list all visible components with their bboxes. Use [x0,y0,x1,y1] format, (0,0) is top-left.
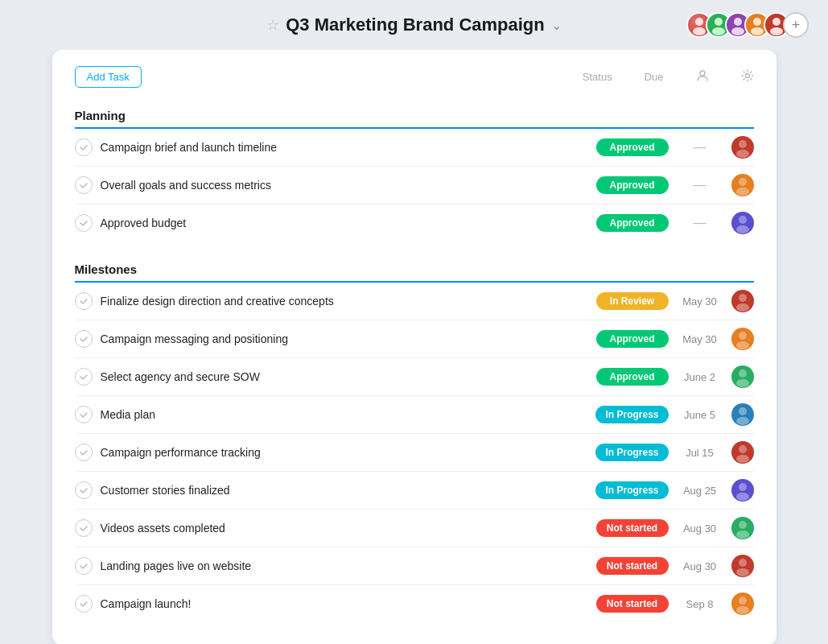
svg-point-20 [739,332,747,340]
due-date: May 30 [677,333,723,345]
svg-point-0 [695,18,703,26]
svg-point-23 [736,379,749,387]
svg-point-13 [736,150,749,158]
add-member-button[interactable]: + [783,12,809,38]
table-row: Landing pages live on websiteNot started… [75,547,754,585]
task-checkbox[interactable] [75,481,93,499]
main-card: Add Task Status Due PlanningCampaign bri… [52,50,777,644]
svg-point-10 [700,71,705,76]
avatar [731,212,754,234]
avatar [731,517,754,539]
section: MilestonesFinalize design direction and … [75,254,754,622]
task-name: Media plan [101,408,588,421]
task-checkbox[interactable] [75,519,93,537]
task-name: Landing pages live on website [101,559,588,572]
status-badge[interactable]: Not started [596,557,669,575]
due-date: Aug 30 [677,522,723,535]
task-checkbox[interactable] [75,595,93,613]
gear-icon[interactable] [741,69,754,85]
task-name: Campaign launch! [101,597,588,610]
due-date: Jul 15 [677,447,723,459]
svg-point-25 [736,417,749,425]
task-name: Campaign messaging and positioning [101,332,588,345]
task-name: Customer stories finalized [101,484,588,497]
task-checkbox[interactable] [75,557,93,575]
avatar [731,479,754,502]
table-row: Campaign performance trackingIn Progress… [75,434,754,472]
status-col-label: Status [583,71,612,83]
svg-point-15 [736,188,749,196]
task-checkbox[interactable] [75,368,93,386]
status-badge[interactable]: Not started [596,595,669,613]
toolbar-columns: Status Due [583,69,754,85]
due-date: Sep 8 [677,598,723,610]
task-checkbox[interactable] [75,214,93,232]
svg-point-28 [739,483,747,491]
svg-point-19 [736,303,749,312]
due-date: June 5 [677,409,723,421]
table-row: Campaign launch!Not startedSep 8 [75,585,754,622]
task-name: Overall goals and success metrics [101,179,588,192]
status-badge[interactable]: In Review [596,292,669,310]
svg-point-24 [739,407,747,415]
status-badge[interactable]: Approved [596,138,669,156]
status-badge[interactable]: In Progress [595,481,668,499]
task-checkbox[interactable] [75,292,93,310]
page-title: Q3 Marketing Brand Campaign [286,14,545,35]
header: ☆ Q3 Marketing Brand Campaign ⌄ + [0,0,828,50]
chevron-down-icon[interactable]: ⌄ [551,18,562,33]
svg-point-1 [693,27,706,35]
task-checkbox[interactable] [75,406,93,423]
svg-point-32 [739,559,747,567]
table-row: Campaign brief and launch timelineApprov… [75,129,754,167]
avatar [731,290,754,312]
task-name: Approved budget [101,217,588,229]
avatar [731,555,754,577]
svg-point-12 [739,140,747,148]
table-row: Videos assets completedNot startedAug 30 [75,510,754,547]
person-icon[interactable] [696,69,709,85]
task-name: Videos assets completed [101,522,588,535]
avatar [731,174,754,196]
avatar [731,328,754,350]
status-badge[interactable]: Approved [596,214,669,232]
task-name: Campaign performance tracking [101,446,588,459]
avatar [731,441,754,464]
svg-point-22 [739,369,747,378]
table-row: Campaign messaging and positioningApprov… [75,320,754,358]
svg-point-26 [739,445,747,453]
svg-point-17 [736,225,749,233]
star-icon[interactable]: ☆ [266,16,279,34]
table-row: Media planIn ProgressJune 5 [75,396,754,434]
due-date: Aug 25 [677,485,723,497]
avatar [731,403,754,426]
status-badge[interactable]: In Progress [595,406,668,423]
task-checkbox[interactable] [75,444,93,461]
svg-point-9 [770,27,783,35]
table-row: Approved budgetApproved— [75,204,754,242]
status-badge[interactable]: Approved [596,330,669,348]
due-date: — [677,140,723,155]
task-checkbox[interactable] [75,176,93,194]
due-date: June 2 [677,371,723,383]
svg-point-33 [736,568,749,576]
due-date: — [677,178,723,192]
status-badge[interactable]: Not started [596,519,669,537]
table-row: Overall goals and success metricsApprove… [75,167,754,204]
status-badge[interactable]: Approved [596,176,669,194]
status-badge[interactable]: In Progress [595,444,668,461]
section-title: Planning [75,101,754,129]
task-name: Finalize design direction and creative c… [101,295,588,308]
avatar-group: + [686,12,809,38]
svg-point-16 [739,216,747,224]
svg-point-11 [745,73,749,77]
task-checkbox[interactable] [75,138,93,156]
status-badge[interactable]: Approved [596,368,669,386]
add-task-button[interactable]: Add Task [75,66,142,88]
task-checkbox[interactable] [75,330,93,348]
svg-point-31 [736,530,749,539]
due-date: Aug 30 [677,560,723,572]
section-title: Milestones [75,254,754,283]
svg-point-14 [739,178,747,186]
svg-point-18 [739,294,747,302]
